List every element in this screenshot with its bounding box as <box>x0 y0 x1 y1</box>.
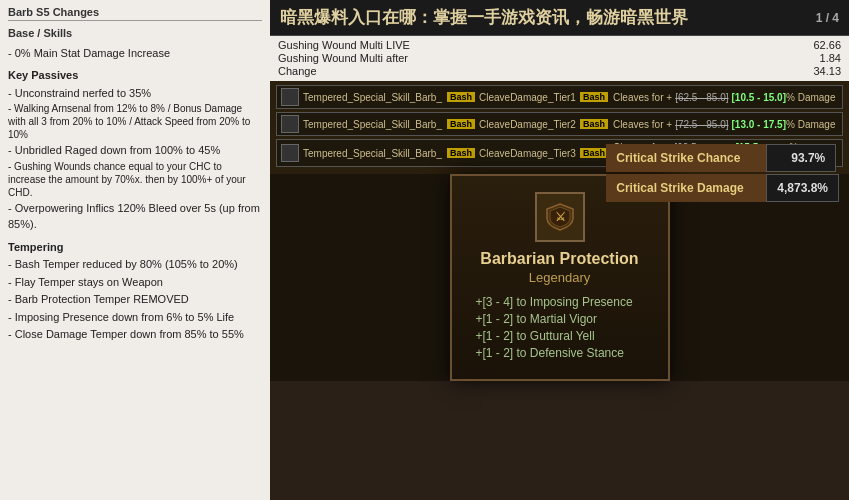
temper-bash-2b: Bash <box>580 148 608 158</box>
temper-row-0: Tempered_Special_Skill_Barb_ Bash Cleave… <box>276 85 843 109</box>
base-item-0: - 0% Main Stat Damage Increase <box>8 45 262 62</box>
left-panel: Barb S5 Changes Base / Skills - 0% Main … <box>0 0 270 500</box>
temper-text-1: Cleaves for + <box>613 119 672 130</box>
item-stat-3: +[1 - 2] to Defensive Stance <box>476 346 644 360</box>
title-bar: 暗黑爆料入口在哪：掌握一手游戏资讯，畅游暗黑世界 1 / 4 <box>270 0 849 36</box>
temp-0: - Bash Temper reduced by 80% (105% to 20… <box>8 256 262 273</box>
stat-label-0: Gushing Wound Multi LIVE <box>278 39 791 51</box>
temper-skill-1: CleaveDamage_Tier2 <box>479 119 576 130</box>
temper-skill-2: CleaveDamage_Tier3 <box>479 148 576 159</box>
temper-suffix-0: % Damage <box>786 92 835 103</box>
tab-header[interactable]: Barb S5 Changes <box>8 6 262 21</box>
right-panel: 暗黑爆料入口在哪：掌握一手游戏资讯，畅游暗黑世界 1 / 4 Gushing W… <box>270 0 849 500</box>
temper-icon-1 <box>281 115 299 133</box>
stats-section: Gushing Wound Multi LIVE 62.66 Gushing W… <box>270 36 849 81</box>
item-stat-1: +[1 - 2] to Martial Vigor <box>476 312 644 326</box>
item-icon: ⚔ <box>535 192 585 242</box>
item-type: Legendary <box>476 270 644 285</box>
temper-row-1: Tempered_Special_Skill_Barb_ Bash Cleave… <box>276 112 843 136</box>
kp-4: - Overpowering Inflics 120% Bleed over 5… <box>8 200 262 233</box>
crit-box-0: Critical Strike Chance 93.7% <box>606 144 839 172</box>
temper-new-range-1: [13.0 - 17.5] <box>732 119 786 130</box>
tempering-title: Tempering <box>8 239 262 256</box>
item-panel: ⚔ Barbarian Protection Legendary +[3 - 4… <box>270 174 849 381</box>
temper-bash-2a: Bash <box>447 148 475 158</box>
stat-label-2: Change <box>278 65 791 77</box>
temper-name-1: Tempered_Special_Skill_Barb_ <box>303 119 442 130</box>
temper-bash-0a: Bash <box>447 92 475 102</box>
crit-label-0: Critical Strike Chance <box>606 144 766 172</box>
shield-icon: ⚔ <box>545 202 575 232</box>
stat-value-2: 34.13 <box>791 65 841 77</box>
temper-bash-1b: Bash <box>580 119 608 129</box>
temper-text-0: Cleaves for + <box>613 92 672 103</box>
crit-value-0: 93.7% <box>766 144 836 172</box>
main-container: Barb S5 Changes Base / Skills - 0% Main … <box>0 0 849 500</box>
temper-name-0: Tempered_Special_Skill_Barb_ <box>303 92 442 103</box>
stat-value-0: 62.66 <box>791 39 841 51</box>
tab-header-text: Barb S5 Changes <box>8 6 99 18</box>
crit-box-1: Critical Strike Damage 4,873.8% <box>606 174 839 202</box>
item-stat-0: +[3 - 4] to Imposing Presence <box>476 295 644 309</box>
key-passives-title: Key Passives <box>8 67 262 84</box>
temper-old-range-0: [62.5 - 85.0] <box>675 92 728 103</box>
temp-1: - Flay Temper stays on Weapon <box>8 274 262 291</box>
temp-3: - Imposing Presence down from 6% to 5% L… <box>8 309 262 326</box>
crit-value-1: 4,873.8% <box>766 174 839 202</box>
temper-old-range-1: [72.5 - 95.0] <box>675 119 728 130</box>
temper-icon-2 <box>281 144 299 162</box>
dark-section: Tempered_Special_Skill_Barb_ Bash Cleave… <box>270 81 849 381</box>
item-card: ⚔ Barbarian Protection Legendary +[3 - 4… <box>450 174 670 381</box>
svg-text:⚔: ⚔ <box>554 210 565 224</box>
temper-suffix-1: % Damage <box>786 119 835 130</box>
temper-bash-0b: Bash <box>580 92 608 102</box>
crit-boxes: Critical Strike Chance 93.7% Critical St… <box>606 144 839 202</box>
kp-0: - Unconstraind nerfed to 35% <box>8 85 262 102</box>
page-title: 暗黑爆料入口在哪：掌握一手游戏资讯，畅游暗黑世界 <box>280 6 688 29</box>
temper-name-2: Tempered_Special_Skill_Barb_ <box>303 148 442 159</box>
temper-new-range-0: [10.5 - 15.0] <box>732 92 786 103</box>
item-stat-2: +[1 - 2] to Guttural Yell <box>476 329 644 343</box>
temp-2: - Barb Protection Temper REMOVED <box>8 291 262 308</box>
temp-4: - Close Damage Temper down from 85% to 5… <box>8 326 262 343</box>
item-name: Barbarian Protection <box>476 250 644 268</box>
stat-row-1: Gushing Wound Multi after 1.84 <box>278 52 841 64</box>
stat-label-1: Gushing Wound Multi after <box>278 52 791 64</box>
crit-label-1: Critical Strike Damage <box>606 174 766 202</box>
temper-skill-0: CleaveDamage_Tier1 <box>479 92 576 103</box>
kp-2: - Unbridled Raged down from 100% to 45% <box>8 142 262 159</box>
kp-3: - Gushing Wounds chance equal to your CH… <box>8 160 262 199</box>
kp-1: - Walking Arnsenal from 12% to 8% / Bonu… <box>8 102 262 141</box>
stat-row-0: Gushing Wound Multi LIVE 62.66 <box>278 39 841 51</box>
base-skills-title: Base / Skills <box>8 25 262 42</box>
stat-row-2: Change 34.13 <box>278 65 841 77</box>
temper-icon-0 <box>281 88 299 106</box>
page-num: 1 / 4 <box>816 11 839 25</box>
temper-bash-1a: Bash <box>447 119 475 129</box>
stat-value-1: 1.84 <box>791 52 841 64</box>
